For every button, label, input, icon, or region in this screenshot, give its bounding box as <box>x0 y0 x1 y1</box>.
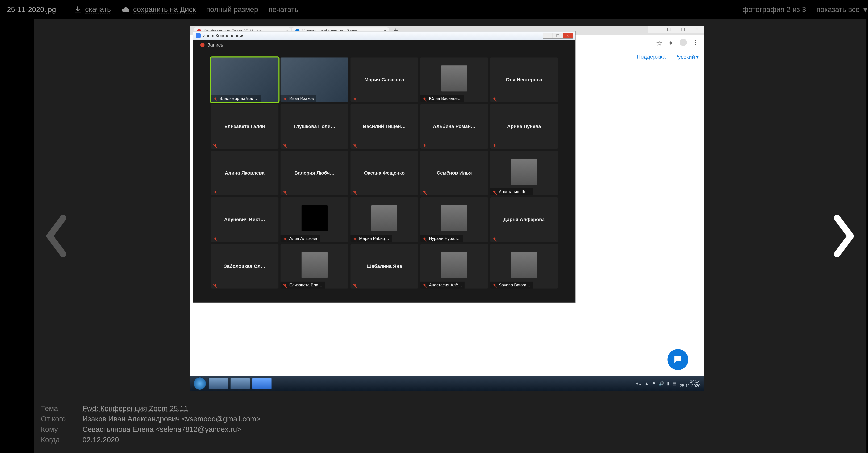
cloud-icon <box>121 5 130 14</box>
participant-tile[interactable]: Семёнов Илья <box>420 151 488 195</box>
maximize-icon[interactable]: ☐ <box>553 33 563 38</box>
participant-name: Валерия Любч… <box>281 151 348 195</box>
zoom-titlebar: Zoom Конференция — ☐ × <box>193 31 575 40</box>
participant-tile[interactable]: Иван Изаков <box>281 58 348 102</box>
viewer-stage: Конференция Zoom 25.11 - vs… × Участник … <box>34 19 866 453</box>
avatar <box>302 252 328 278</box>
participant-tile[interactable]: Юлия Василье… <box>420 58 488 102</box>
participant-tile[interactable]: Владимир Байкал… <box>211 58 278 102</box>
download-button[interactable]: скачать <box>73 5 111 14</box>
subject-link[interactable]: Fwd: Конференция Zoom 25.11 <box>83 404 188 413</box>
participant-tile[interactable]: Мария Рябиц… <box>350 197 418 242</box>
start-button[interactable] <box>193 377 206 390</box>
participant-tile[interactable]: Sayana Batom… <box>490 244 558 289</box>
avatar <box>441 252 467 278</box>
muted-icon <box>422 189 427 194</box>
participant-tile[interactable]: Алина Яковлева <box>211 151 278 195</box>
participant-name: Шабалина Яна <box>350 244 418 289</box>
participant-tile[interactable]: Анастасия Ще… <box>490 151 558 195</box>
when-label: Когда <box>41 435 72 444</box>
avatar <box>302 205 328 231</box>
print-button[interactable]: печатать <box>269 5 298 14</box>
muted-icon <box>352 96 358 100</box>
participant-tile[interactable]: Оксана Фещенко <box>350 151 418 195</box>
gallery-grid: Владимир Байкал…Иван ИзаковМария Саваков… <box>211 58 558 289</box>
explorer-button[interactable] <box>209 378 228 389</box>
muted-icon <box>492 143 497 147</box>
star-icon[interactable]: ☆ <box>656 39 663 46</box>
tray-sound-icon[interactable]: 🔊 <box>659 381 664 386</box>
avatar <box>511 252 537 278</box>
muted-icon <box>283 282 287 287</box>
tray-clock[interactable]: 14:14 25.11.2020 <box>680 379 701 388</box>
participant-tile[interactable]: Апуневич Викт… <box>211 197 278 242</box>
participant-tile[interactable]: Арина Лунева <box>490 104 558 149</box>
avatar <box>441 65 467 92</box>
show-all-button[interactable]: показать все ▼ <box>816 5 868 14</box>
from-value: Изаков Иван Александрович <vsemooo@gmail… <box>83 415 260 423</box>
extensions-icon[interactable]: ✦ <box>668 39 675 46</box>
lang-dropdown[interactable]: Русский <box>674 54 699 60</box>
close-icon[interactable]: × <box>563 33 573 38</box>
menu-icon[interactable] <box>692 39 699 46</box>
participant-name: Дарья Алферова <box>490 197 558 242</box>
tray-icon[interactable]: ⚑ <box>652 381 656 386</box>
participant-tile[interactable]: Нурали Нурал… <box>420 197 488 242</box>
participant-tile[interactable]: Заболоцкая Ол… <box>211 244 278 289</box>
participant-name: Алина Яковлева <box>211 151 278 195</box>
participant-name: Альбина Роман… <box>420 104 488 149</box>
avatar <box>511 159 537 185</box>
participant-tile[interactable]: Оля Нестерова <box>490 58 558 102</box>
system-tray: RU ▲ ⚑ 🔊 ▮ ▤ 14:14 25.11.2020 <box>636 379 701 388</box>
participant-tile[interactable]: Шабалина Яна <box>350 244 418 289</box>
muted-icon <box>213 96 218 100</box>
muted-icon <box>492 282 497 287</box>
zoom-window: Zoom Конференция — ☐ × Запись Владимир Б… <box>193 31 576 303</box>
minimize-icon[interactable]: — <box>543 33 553 38</box>
participant-tile[interactable]: Глушкова Поли… <box>281 104 348 149</box>
muted-icon <box>352 189 358 194</box>
muted-icon <box>283 189 287 194</box>
save-to-disk-button[interactable]: сохранить на Диск <box>121 5 196 14</box>
chat-button[interactable] <box>668 349 688 370</box>
fullsize-button[interactable]: полный размер <box>206 5 258 14</box>
tray-flag-icon[interactable]: ▲ <box>645 381 649 386</box>
participant-tile[interactable]: Елизавета Вла… <box>281 244 348 289</box>
prev-button[interactable] <box>41 213 72 259</box>
muted-icon <box>492 189 497 194</box>
minimize-icon[interactable]: — <box>648 26 662 33</box>
muted-icon <box>283 96 287 100</box>
to-value: Севастьянова Елена <selena7812@yandex.ru… <box>83 425 241 433</box>
participant-tile[interactable]: Анастасия Алё… <box>420 244 488 289</box>
participant-tile[interactable]: Дарья Алферова <box>490 197 558 242</box>
tray-lang[interactable]: RU <box>636 381 642 386</box>
filename: 25-11-2020.jpg <box>7 5 56 14</box>
support-link[interactable]: Поддержка <box>637 54 665 60</box>
close-icon[interactable]: × <box>690 26 704 33</box>
muted-icon <box>283 143 287 147</box>
maximize-icon[interactable]: ☐ <box>662 26 676 33</box>
zoom-title: Zoom Конференция <box>203 33 244 38</box>
zoom-button[interactable] <box>252 378 272 389</box>
tray-battery-icon[interactable]: ▤ <box>673 381 677 386</box>
photo-counter: фотография 2 из 3 <box>743 5 806 14</box>
participant-tile[interactable]: Мария Савакова <box>350 58 418 102</box>
avatar <box>441 205 467 231</box>
muted-icon <box>352 236 358 241</box>
tray-network-icon[interactable]: ▮ <box>667 381 670 386</box>
muted-icon <box>352 282 358 287</box>
participant-tile[interactable]: Елизавета Галян <box>211 104 278 149</box>
profile-icon[interactable] <box>680 39 687 46</box>
next-button[interactable] <box>828 213 860 259</box>
participant-tile[interactable]: Альбина Роман… <box>420 104 488 149</box>
windows-taskbar: RU ▲ ⚑ 🔊 ▮ ▤ 14:14 25.11.2020 <box>190 376 704 391</box>
participant-tile[interactable]: Алия Алызова <box>281 197 348 242</box>
participant-tile[interactable]: Валерия Любч… <box>281 151 348 195</box>
when-value: 02.12.2020 <box>83 435 119 444</box>
muted-icon <box>492 96 497 100</box>
chrome-button[interactable] <box>230 378 250 389</box>
participant-tile[interactable]: Василий Тищен… <box>350 104 418 149</box>
restore-icon[interactable]: ❐ <box>676 26 690 33</box>
download-icon <box>73 5 82 14</box>
participant-name: Заболоцкая Ол… <box>211 244 278 289</box>
